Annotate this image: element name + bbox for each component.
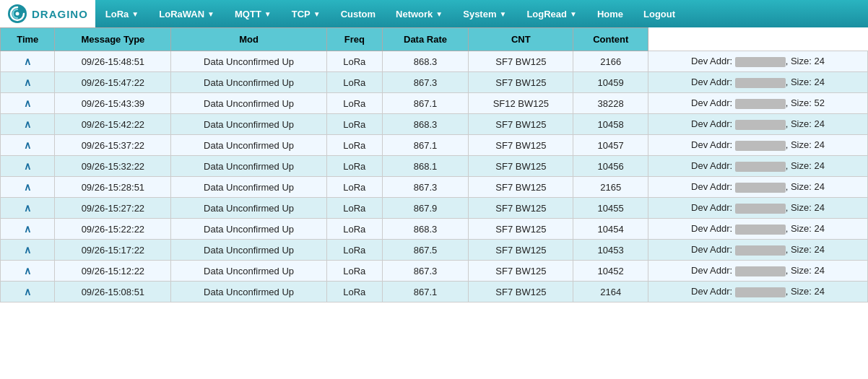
cell-message-type: Data Unconfirmed Up bbox=[171, 261, 327, 282]
cell-content: Dev Addr: , Size: 24 bbox=[648, 114, 867, 135]
cell-time: 09/26-15:43:39 bbox=[55, 93, 171, 114]
cell-cnt: 2166 bbox=[573, 51, 648, 72]
nav-system[interactable]: System ▼ bbox=[453, 0, 516, 27]
table-row: ∧09/26-15:37:22Data Unconfirmed UpLoRa86… bbox=[1, 135, 868, 156]
cell-freq: 867.1 bbox=[382, 93, 469, 114]
col-data-rate: Data Rate bbox=[382, 28, 469, 51]
cell-content: Dev Addr: , Size: 52 bbox=[648, 93, 867, 114]
cell-time: 09/26-15:08:51 bbox=[55, 282, 171, 302]
expand-button[interactable]: ∧ bbox=[24, 286, 31, 297]
nav-network[interactable]: Network ▼ bbox=[386, 0, 453, 27]
cell-time: 09/26-15:48:51 bbox=[55, 51, 171, 72]
cell-time: 09/26-15:37:22 bbox=[55, 135, 171, 156]
expand-button[interactable]: ∧ bbox=[24, 265, 31, 276]
cell-freq: 867.3 bbox=[382, 261, 469, 282]
svg-point-1 bbox=[16, 12, 19, 16]
dev-addr-blurred bbox=[735, 204, 786, 214]
expand-button[interactable]: ∧ bbox=[24, 202, 31, 214]
dev-addr-blurred bbox=[735, 287, 786, 297]
cell-content: Dev Addr: , Size: 24 bbox=[648, 177, 867, 198]
cell-content: Dev Addr: , Size: 24 bbox=[648, 282, 867, 302]
col-time: Time bbox=[1, 28, 55, 51]
col-mod: Mod bbox=[171, 28, 327, 51]
cell-data-rate: SF7 BW125 bbox=[469, 135, 573, 156]
expand-button[interactable]: ∧ bbox=[24, 97, 31, 109]
logo-text: DRAGINO bbox=[32, 8, 88, 20]
table-row: ∧09/26-15:28:51Data Unconfirmed UpLoRa86… bbox=[1, 177, 868, 198]
col-freq: Freq bbox=[326, 28, 382, 51]
nav-logread[interactable]: LogRead ▼ bbox=[516, 0, 587, 27]
cell-data-rate: SF7 BW125 bbox=[469, 51, 573, 72]
dev-addr-blurred bbox=[735, 57, 786, 67]
cell-message-type: Data Unconfirmed Up bbox=[171, 219, 327, 240]
cell-time: 09/26-15:28:51 bbox=[55, 177, 171, 198]
cell-freq: 867.3 bbox=[382, 177, 469, 198]
cell-content: Dev Addr: , Size: 24 bbox=[648, 261, 867, 282]
dev-addr-blurred bbox=[735, 162, 786, 172]
dev-addr-blurred bbox=[735, 225, 786, 235]
nav-lorawan[interactable]: LoRaWAN ▼ bbox=[149, 0, 225, 27]
logo-icon bbox=[7, 4, 27, 24]
cell-cnt: 10453 bbox=[573, 240, 648, 261]
nav-lora[interactable]: LoRa ▼ bbox=[95, 0, 149, 27]
cell-time: 09/26-15:47:22 bbox=[55, 72, 171, 93]
cell-content: Dev Addr: , Size: 24 bbox=[648, 51, 867, 72]
cell-message-type: Data Unconfirmed Up bbox=[171, 156, 327, 177]
table-row: ∧09/26-15:47:22Data Unconfirmed UpLoRa86… bbox=[1, 72, 868, 93]
cell-message-type: Data Unconfirmed Up bbox=[171, 114, 327, 135]
cell-freq: 867.1 bbox=[382, 282, 469, 302]
cell-content: Dev Addr: , Size: 24 bbox=[648, 135, 867, 156]
nav-logout[interactable]: Logout bbox=[633, 0, 685, 27]
expand-button[interactable]: ∧ bbox=[24, 244, 31, 256]
cell-mod: LoRa bbox=[326, 198, 382, 219]
expand-button[interactable]: ∧ bbox=[24, 181, 31, 193]
mqtt-dropdown-arrow: ▼ bbox=[264, 10, 272, 18]
cell-time: 09/26-15:27:22 bbox=[55, 198, 171, 219]
expand-button[interactable]: ∧ bbox=[24, 56, 31, 67]
cell-mod: LoRa bbox=[326, 177, 382, 198]
cell-data-rate: SF7 BW125 bbox=[469, 261, 573, 282]
cell-cnt: 38228 bbox=[573, 93, 648, 114]
table-row: ∧09/26-15:22:22Data Unconfirmed UpLoRa86… bbox=[1, 219, 868, 240]
nav-custom[interactable]: Custom bbox=[331, 0, 386, 27]
cell-mod: LoRa bbox=[326, 240, 382, 261]
cell-cnt: 10458 bbox=[573, 114, 648, 135]
cell-time: 09/26-15:32:22 bbox=[55, 156, 171, 177]
dev-addr-blurred bbox=[735, 245, 786, 256]
cell-data-rate: SF7 BW125 bbox=[469, 219, 573, 240]
cell-message-type: Data Unconfirmed Up bbox=[171, 198, 327, 219]
cell-time: 09/26-15:12:22 bbox=[55, 261, 171, 282]
table-row: ∧09/26-15:32:22Data Unconfirmed UpLoRa86… bbox=[1, 156, 868, 177]
cell-data-rate: SF7 BW125 bbox=[469, 177, 573, 198]
cell-freq: 868.3 bbox=[382, 219, 469, 240]
expand-button[interactable]: ∧ bbox=[24, 139, 31, 151]
expand-button[interactable]: ∧ bbox=[24, 77, 31, 88]
cell-cnt: 10459 bbox=[573, 72, 648, 93]
nav-home[interactable]: Home bbox=[587, 0, 633, 27]
dev-addr-blurred bbox=[735, 78, 786, 88]
tcp-dropdown-arrow: ▼ bbox=[313, 10, 321, 18]
cell-message-type: Data Unconfirmed Up bbox=[171, 135, 327, 156]
cell-mod: LoRa bbox=[326, 93, 382, 114]
dev-addr-blurred bbox=[735, 266, 786, 276]
system-dropdown-arrow: ▼ bbox=[499, 10, 506, 18]
cell-message-type: Data Unconfirmed Up bbox=[171, 240, 327, 261]
cell-message-type: Data Unconfirmed Up bbox=[171, 282, 327, 302]
cell-data-rate: SF7 BW125 bbox=[469, 156, 573, 177]
cell-freq: 867.3 bbox=[382, 72, 469, 93]
cell-data-rate: SF7 BW125 bbox=[469, 114, 573, 135]
cell-content: Dev Addr: , Size: 24 bbox=[648, 219, 867, 240]
cell-cnt: 2165 bbox=[573, 177, 648, 198]
expand-button[interactable]: ∧ bbox=[24, 118, 31, 130]
nav-tcp[interactable]: TCP ▼ bbox=[282, 0, 331, 27]
logo: DRAGINO bbox=[0, 0, 95, 27]
table-row: ∧09/26-15:42:22Data Unconfirmed UpLoRa86… bbox=[1, 114, 868, 135]
expand-button[interactable]: ∧ bbox=[24, 223, 31, 235]
table-row: ∧09/26-15:12:22Data Unconfirmed UpLoRa86… bbox=[1, 261, 868, 282]
cell-mod: LoRa bbox=[326, 282, 382, 302]
cell-mod: LoRa bbox=[326, 135, 382, 156]
cell-cnt: 10455 bbox=[573, 198, 648, 219]
table-row: ∧09/26-15:08:51Data Unconfirmed UpLoRa86… bbox=[1, 282, 868, 302]
expand-button[interactable]: ∧ bbox=[24, 160, 31, 172]
nav-mqtt[interactable]: MQTT ▼ bbox=[225, 0, 282, 27]
